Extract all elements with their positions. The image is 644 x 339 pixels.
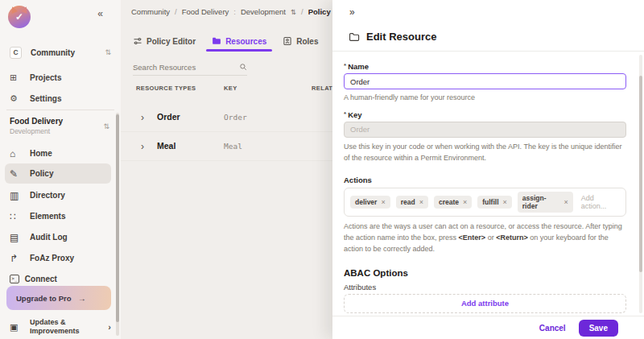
sidebar: ✓ « C Community ⇅ ⊞ Projects ⚙ Settings … [0,0,121,339]
sidebar-divider [6,110,114,110]
actions-label: Actions [344,176,626,184]
workspace-selector[interactable]: C Community ⇅ [0,42,121,63]
table-row[interactable]: › Meal Meal [121,132,332,161]
project-name: Food Delivery [10,117,111,126]
tab-label: Roles [296,37,318,46]
drawer-body: *Name A human-friendly name for your res… [332,52,644,316]
expand-chevron-icon[interactable]: › [141,141,144,152]
permit-logo-icon[interactable]: ✓ [8,6,31,28]
action-chip: assign-rider× [518,192,573,213]
sliders-icon [133,36,142,46]
sidebar-item-label: Home [30,149,52,158]
workspace-switcher-icon[interactable]: ⇅ [105,48,111,56]
action-chip: fulfill× [477,196,512,209]
signature-pen-icon: ✎ [10,168,24,180]
remove-chip-icon[interactable]: × [419,198,423,206]
remove-chip-icon[interactable]: × [503,198,507,206]
updates-improvements-button[interactable]: ▣ Updates &Improvements › [0,315,121,339]
project-switcher-icon[interactable]: ⇅ [103,122,109,130]
sidebar-item-label: Directory [30,191,65,200]
remove-chip-icon[interactable]: × [381,198,385,206]
scrollbar-thumb[interactable] [639,76,642,272]
key-field-label: *Key [344,110,626,119]
abac-options-heading: ABAC Options [344,268,626,278]
home-icon: ⌂ [10,148,24,159]
table-row[interactable]: › Order Order [121,103,332,132]
sidebar-collapse-button[interactable]: « [97,8,103,19]
expand-chevron-icon[interactable]: › [141,112,144,123]
actions-input[interactable]: deliver× read× create× fulfill× assign-r… [344,188,626,217]
tab-label: Policy Editor [147,37,196,46]
required-asterisk: * [344,62,346,69]
proxy-arrow-icon: ↱ [10,253,24,264]
workspace-name: Community [31,48,75,57]
sidebar-scrollbar[interactable] [116,113,119,336]
sidebar-item-home[interactable]: ⌂ Home [0,143,121,163]
updates-label: Updates &Improvements [30,318,80,336]
required-asterisk: * [344,110,346,118]
sidebar-item-projects[interactable]: ⊞ Projects [0,68,121,88]
sidebar-item-directory[interactable]: ▥ Directory [0,185,121,205]
resource-name: Meal [157,141,175,151]
sidebar-item-label: Policy [30,169,53,178]
column-header: RELATIONS [312,85,332,92]
name-field-label: *Name [344,62,626,71]
environment-switcher-icon[interactable]: ⇅ [291,8,296,16]
tab-label: Resources [225,37,266,46]
save-button[interactable]: Save [579,320,618,337]
drawer-collapse-button[interactable]: » [349,6,355,18]
sidebar-item-label: Settings [30,94,61,103]
breadcrumb-environment[interactable]: Development [241,7,286,16]
action-chip: read× [396,196,428,209]
resource-key: Order [224,113,247,122]
tab-bar: Policy Editor Resources Roles Σ [133,31,332,52]
breadcrumb-page: Policy Editor [308,7,332,16]
drawer-title-row: Edit Resource [349,31,436,43]
search-box[interactable] [133,59,247,76]
sidebar-item-label: Connect [25,275,57,283]
upgrade-to-pro-button[interactable]: Upgrade to Pro → [6,286,111,310]
return-key-hint: <Return> [496,234,528,242]
remove-chip-icon[interactable]: × [564,198,568,206]
sidebar-item-elements[interactable]: ∷ Elements [0,206,121,226]
sidebar-item-label: Elements [30,212,65,221]
terminal-icon: >_ [10,275,19,283]
tab-policy-editor[interactable]: Policy Editor [133,31,196,52]
search-icon [239,62,247,72]
breadcrumb-project[interactable]: Food Delivery [182,7,229,16]
action-chip: create× [434,196,472,209]
id-badge-icon [283,36,292,46]
sidebar-item-foaz-proxy[interactable]: ↱ FoAz Proxy [0,248,121,268]
project-selector[interactable]: Food Delivery Development ⇅ [0,115,121,141]
elements-dots-icon: ∷ [10,211,24,222]
column-header: RESOURCE TYPES [136,85,196,92]
projects-grid-icon: ⊞ [10,72,24,83]
add-action-placeholder[interactable]: Add action... [581,194,620,210]
column-header: KEY [224,85,237,92]
table-header: RESOURCE TYPES KEY RELATIONS [121,85,332,97]
search-input[interactable] [133,63,239,72]
enter-key-hint: <Enter> [459,234,486,242]
tab-roles[interactable]: Roles [283,31,318,52]
arrow-right-icon: → [78,294,86,303]
name-field-help: A human-friendly name for your resource [344,93,626,104]
folder-icon [349,31,360,43]
edit-resource-drawer: » Edit Resource *Name A human-friendly n… [332,0,644,339]
cancel-button[interactable]: Cancel [539,324,566,333]
sidebar-item-label: FoAz Proxy [30,254,74,263]
drawer-scrollbar[interactable] [639,55,642,313]
app-window: ✓ « C Community ⇅ ⊞ Projects ⚙ Settings … [0,0,644,339]
sidebar-item-settings[interactable]: ⚙ Settings [0,89,121,109]
scrollbar-thumb[interactable] [116,114,119,322]
sidebar-item-audit-log[interactable]: ▤ Audit Log [0,227,121,247]
name-input[interactable] [344,73,626,89]
document-lines-icon: ▤ [10,232,24,243]
remove-chip-icon[interactable]: × [463,198,467,206]
add-attribute-button[interactable]: Add attribute [344,294,626,313]
sidebar-item-label: Projects [30,73,61,82]
resource-key: Meal [224,142,242,151]
tab-resources[interactable]: Resources [212,31,266,52]
breadcrumb-colon: : [233,7,236,16]
breadcrumb-workspace[interactable]: Community [131,7,170,16]
sidebar-item-policy[interactable]: ✎ Policy [5,163,111,184]
